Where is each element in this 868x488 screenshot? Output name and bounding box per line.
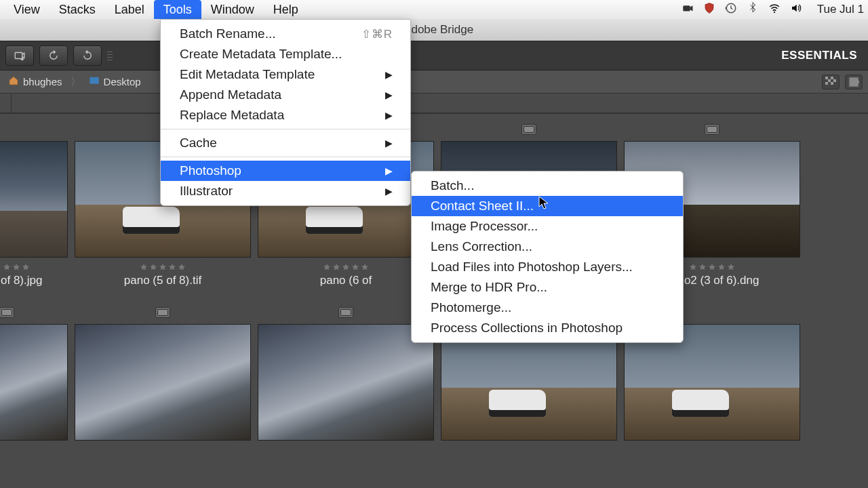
menu-stacks[interactable]: Stacks: [50, 0, 105, 19]
submenu-arrow-icon: ▶: [385, 110, 393, 121]
thumb-item[interactable]: no (1 of 8).jpg: [0, 122, 68, 287]
rating-stars[interactable]: [0, 262, 30, 270]
thumbnail-image[interactable]: [0, 324, 68, 441]
stack-badge-icon[interactable]: [521, 124, 536, 135]
submenu-arrow-icon: ▶: [385, 165, 393, 176]
svg-rect-4: [90, 77, 98, 84]
thumb-item[interactable]: [258, 305, 434, 441]
tools-menu: Batch Rename... ⇧⌘R Create Metadata Temp…: [160, 19, 411, 206]
svg-rect-6: [831, 77, 833, 79]
svg-point-2: [774, 12, 775, 13]
svg-rect-9: [825, 82, 828, 85]
filter-tab[interactable]: [0, 94, 12, 113]
file-name: no (1 of 8).jpg: [0, 274, 42, 287]
rating-stars[interactable]: [689, 262, 735, 270]
rating-stars[interactable]: [140, 262, 186, 270]
camera-icon[interactable]: [682, 2, 694, 17]
menu-window[interactable]: Window: [201, 0, 264, 19]
thumb-item[interactable]: [0, 305, 68, 441]
thumbnail-image[interactable]: [258, 324, 434, 441]
submenu-batch[interactable]: Batch...: [412, 176, 683, 196]
folder-icon: [89, 75, 100, 88]
svg-rect-8: [833, 79, 836, 82]
path-desktop[interactable]: Desktop: [86, 74, 144, 89]
file-name: pano (5 of 8).tif: [124, 274, 201, 287]
menu-replace-metadata[interactable]: Replace Metadata▶: [161, 105, 410, 125]
menu-create-metadata-template[interactable]: Create Metadata Template...: [161, 44, 410, 64]
mouse-cursor-icon: [538, 196, 551, 211]
window-titlebar: – Adobe Bridge: [0, 19, 868, 41]
menu-help[interactable]: Help: [264, 0, 308, 19]
view-transparency-button[interactable]: [822, 75, 840, 89]
stack-badge-icon[interactable]: [155, 307, 170, 318]
svg-rect-7: [828, 79, 831, 82]
menu-cache[interactable]: Cache▶: [161, 133, 410, 153]
menu-view[interactable]: View: [4, 0, 50, 19]
shortcut-label: ⇧⌘R: [361, 27, 393, 41]
submenu-process-collections[interactable]: Process Collections in Photoshop: [412, 318, 683, 338]
submenu-arrow-icon: ▶: [385, 69, 393, 80]
svg-rect-11: [849, 77, 859, 87]
path-bar: bhughes 〉 Desktop: [0, 70, 868, 94]
view-options-button[interactable]: [845, 75, 863, 89]
thumbnail-image[interactable]: [0, 141, 68, 258]
file-name: pano (6 of: [320, 274, 372, 287]
submenu-image-processor[interactable]: Image Processor...: [412, 216, 683, 237]
rotate-ccw-button[interactable]: [39, 45, 68, 66]
submenu-photomerge[interactable]: Photomerge...: [412, 298, 683, 318]
volume-icon[interactable]: [790, 2, 802, 17]
wifi-icon[interactable]: [768, 2, 781, 17]
toolbar: ESSENTIALS: [0, 41, 868, 70]
get-from-camera-button[interactable]: [5, 45, 34, 66]
svg-rect-5: [825, 77, 828, 79]
menubar: View Stacks Label Tools Window Help Tue …: [0, 0, 868, 19]
submenu-merge-hdr-pro[interactable]: Merge to HDR Pro...: [412, 277, 683, 298]
bluetooth-icon[interactable]: [747, 2, 759, 17]
menu-edit-metadata-template[interactable]: Edit Metadata Template▶: [161, 64, 410, 85]
submenu-arrow-icon: ▶: [385, 89, 393, 100]
menu-separator: [161, 157, 410, 157]
svg-rect-10: [831, 82, 833, 85]
submenu-arrow-icon: ▶: [385, 186, 393, 197]
submenu-arrow-icon: ▶: [385, 138, 393, 148]
menu-photoshop[interactable]: Photoshop▶: [161, 161, 410, 181]
menubar-clock[interactable]: Tue Jul 1: [817, 3, 864, 16]
stack-badge-icon[interactable]: [705, 124, 719, 135]
rotate-cw-button[interactable]: [73, 45, 102, 66]
thumb-item[interactable]: [75, 305, 251, 441]
submenu-lens-correction[interactable]: Lens Correction...: [412, 237, 683, 257]
menubar-status-area: Tue Jul 1: [682, 2, 864, 17]
menu-illustrator[interactable]: Illustrator▶: [161, 181, 410, 201]
home-icon: [8, 75, 19, 88]
svg-rect-3: [15, 53, 22, 59]
menu-append-metadata[interactable]: Append Metadata▶: [161, 85, 410, 105]
stack-badge-icon[interactable]: [338, 307, 353, 318]
stack-badge-icon[interactable]: [0, 307, 14, 318]
path-home-label: bhughes: [23, 76, 62, 87]
menu-batch-rename[interactable]: Batch Rename... ⇧⌘R: [161, 24, 410, 44]
toolbar-grip: [107, 52, 113, 60]
workspace-label[interactable]: ESSENTIALS: [781, 49, 857, 62]
menu-separator: [161, 129, 410, 129]
rating-stars[interactable]: [323, 262, 369, 270]
svg-rect-0: [683, 5, 690, 11]
path-sep: 〉: [71, 75, 81, 88]
submenu-load-files-layers[interactable]: Load Files into Photoshop Layers...: [412, 257, 683, 277]
time-machine-icon[interactable]: [725, 2, 737, 17]
path-desktop-label: Desktop: [104, 76, 141, 87]
menu-tools[interactable]: Tools: [154, 0, 201, 19]
thumbnail-image[interactable]: [75, 324, 251, 441]
filter-tabstrip: [0, 94, 868, 114]
path-home[interactable]: bhughes: [5, 74, 65, 89]
shield-icon[interactable]: [703, 2, 715, 17]
menu-label[interactable]: Label: [105, 0, 154, 19]
